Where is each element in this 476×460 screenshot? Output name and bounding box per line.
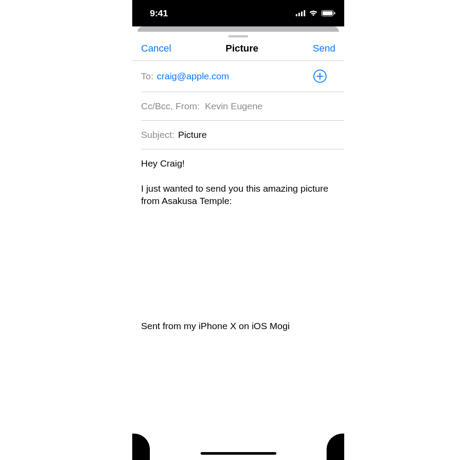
subject-value[interactable]: Picture <box>178 130 207 140</box>
signature-text[interactable]: Sent from my iPhone X on iOS Mogi <box>132 321 344 331</box>
battery-icon <box>321 8 335 19</box>
corner-left <box>132 434 150 460</box>
send-button[interactable]: Send <box>313 43 335 54</box>
cellular-icon <box>296 8 305 19</box>
corner-right <box>327 434 344 460</box>
svg-rect-6 <box>334 12 335 15</box>
nav-title: Picture <box>226 43 259 54</box>
compose-sheet: Cancel Picture Send To: craig@apple.com … <box>132 35 344 331</box>
body-greeting[interactable]: Hey Craig! <box>141 157 335 170</box>
notch <box>190 0 287 15</box>
body-area[interactable]: Hey Craig! I just wanted to send you thi… <box>132 149 344 215</box>
plus-icon <box>316 73 324 80</box>
bottom-corners <box>132 434 344 460</box>
sheet-backdrop <box>138 26 339 32</box>
status-time: 9:41 <box>150 8 168 19</box>
home-indicator[interactable] <box>201 452 276 455</box>
to-field-row[interactable]: To: craig@apple.com <box>141 61 344 92</box>
ccbcc-label: Cc/Bcc, From: <box>141 101 200 111</box>
to-value[interactable]: craig@apple.com <box>157 71 229 82</box>
nav-bar: Cancel Picture Send <box>132 39 344 60</box>
svg-rect-2 <box>301 11 303 16</box>
from-value: Kevin Eugene <box>205 101 263 111</box>
svg-rect-5 <box>323 11 333 15</box>
body-paragraph[interactable]: I just wanted to send you this amazing p… <box>141 182 335 208</box>
attachment-placeholder[interactable] <box>132 215 344 321</box>
phone-frame: 9:41 <box>132 0 344 460</box>
svg-rect-3 <box>304 10 305 16</box>
status-icons-group <box>296 8 335 19</box>
cancel-button[interactable]: Cancel <box>141 43 171 54</box>
svg-rect-0 <box>296 14 298 16</box>
sheet-grabber[interactable] <box>228 35 248 37</box>
subject-field-row[interactable]: Subject: Picture <box>141 121 344 149</box>
wifi-icon <box>309 8 318 19</box>
ccbcc-field-row[interactable]: Cc/Bcc, From: Kevin Eugene <box>141 92 344 121</box>
to-label: To: <box>141 71 153 82</box>
svg-rect-1 <box>298 13 300 16</box>
subject-label: Subject: <box>141 130 175 140</box>
add-contact-button[interactable] <box>313 70 327 83</box>
